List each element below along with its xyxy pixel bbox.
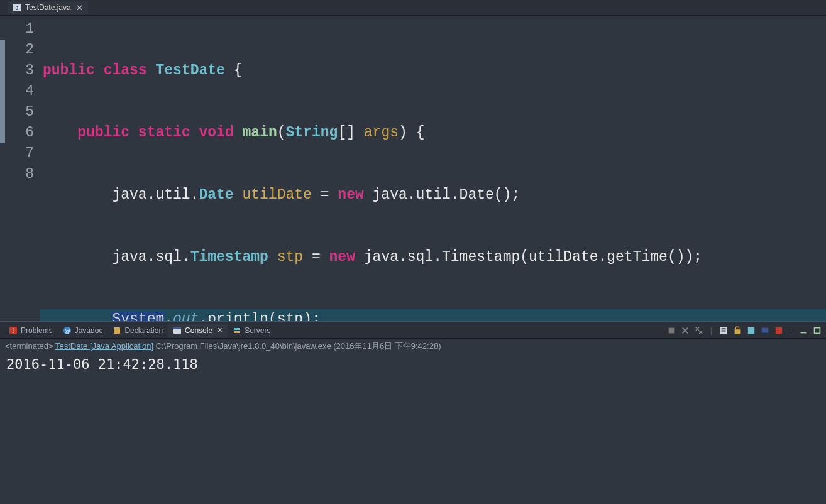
line-number: 1 [0,19,34,40]
javadoc-icon: @ [63,326,72,335]
console-toolbar: | | [666,326,822,336]
close-icon[interactable]: ✕ [76,3,83,13]
console-output-line: 2016-11-06 21:42:28.118 [6,356,198,372]
declaration-icon [113,326,121,335]
tab-servers[interactable]: Servers [228,324,275,337]
editor-area[interactable]: 1 2 3 4 5 6 7 8 public class TestDate { … [0,16,826,321]
min-view-icon[interactable] [798,326,808,336]
tab-label: Servers [245,326,270,335]
line-number: 4 [0,81,34,102]
launch-path: C:\Program Files\Java\jre1.8.0_40\bin\ja… [153,341,441,351]
line-number: 2 [0,40,34,60]
problems-icon: ! [9,326,18,335]
console-icon [173,326,182,335]
console-run-info: <terminated> TestDate [Java Application]… [0,339,826,354]
separator: | [710,326,712,335]
display-console-icon[interactable] [760,326,770,336]
tab-javadoc[interactable]: @ Javadoc [58,324,108,337]
code-line-highlighted: System.out.println(stp); [40,309,826,321]
servers-icon [233,326,241,335]
tab-problems[interactable]: ! Problems [4,324,58,337]
clear-console-icon[interactable] [719,326,729,336]
tab-label: Problems [21,326,53,335]
code-line: public static void main(String[] args) { [40,123,826,143]
svg-rect-14 [748,327,755,334]
line-number: 3 [0,60,34,81]
terminated-label: <terminated> [5,341,55,351]
remove-all-icon[interactable] [694,326,704,336]
svg-text:J: J [15,5,18,11]
scroll-lock-icon[interactable] [732,326,742,336]
line-number: 7 [0,143,34,164]
svg-text:@: @ [64,328,70,334]
svg-rect-17 [801,332,807,333]
code-text-area[interactable]: public class TestDate { public static vo… [40,19,826,321]
tab-label: Declaration [124,326,163,335]
bottom-panel: ! Problems @ Javadoc Declaration Console… [0,321,826,504]
tab-console[interactable]: Console ✕ [168,324,228,337]
close-icon[interactable]: ✕ [217,326,223,334]
tab-declaration[interactable]: Declaration [107,324,168,337]
code-line: java.sql.Timestamp stp = new java.sql.Ti… [40,247,826,268]
tab-label: Console [185,326,212,335]
fold-marker [0,40,5,143]
svg-rect-18 [815,327,820,333]
line-number: 5 [0,102,34,123]
tab-label: Javadoc [75,326,103,335]
svg-rect-16 [776,327,783,334]
svg-rect-13 [735,329,741,334]
line-number: 6 [0,123,34,143]
line-number-gutter: 1 2 3 4 5 6 7 8 [0,19,40,321]
svg-rect-15 [762,327,769,332]
svg-rect-10 [234,331,240,333]
pin-console-icon[interactable] [746,326,756,336]
svg-rect-8 [173,327,181,329]
code-line: java.util.Date utilDate = new java.util.… [40,185,826,205]
svg-rect-9 [234,328,240,330]
open-console-icon[interactable] [774,326,784,336]
remove-launch-icon[interactable] [680,326,690,336]
java-file-icon: J [13,3,21,12]
editor-tab-label: TestDate.java [25,3,71,12]
editor-tab-bar: J TestDate.java ✕ [0,0,826,16]
separator: | [790,326,792,335]
max-view-icon[interactable] [812,326,822,336]
console-output[interactable]: 2016-11-06 21:42:28.118 [0,354,826,375]
svg-text:!: ! [13,327,14,334]
code-line: public class TestDate { [40,60,826,81]
editor-tab-testdate[interactable]: J TestDate.java ✕ [8,1,88,14]
line-number: 8 [0,164,34,185]
svg-rect-6 [114,327,120,334]
launch-link[interactable]: TestDate [Java Application] [55,341,153,351]
svg-rect-11 [668,327,674,333]
terminate-icon[interactable] [666,326,676,336]
views-tab-bar: ! Problems @ Javadoc Declaration Console… [0,322,826,339]
